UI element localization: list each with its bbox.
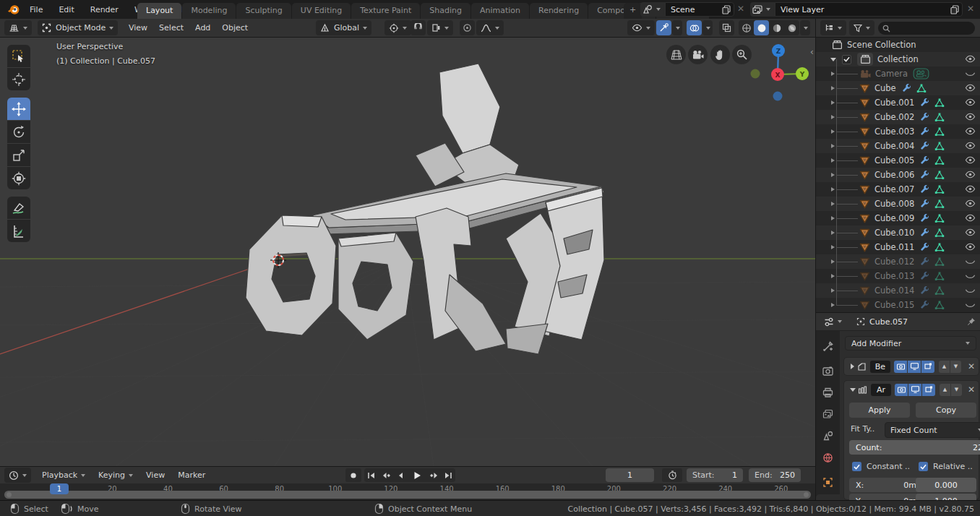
play-button[interactable]: [408, 468, 426, 482]
outliner-row-cube-003[interactable]: Cube.003: [816, 124, 980, 139]
shading-settings-dropdown[interactable]: [800, 20, 810, 35]
mesh-data-icon[interactable]: [934, 142, 945, 151]
outliner-row-cube-001[interactable]: Cube.001: [816, 95, 980, 110]
modifier-name-field[interactable]: Ar: [871, 384, 891, 396]
count-slider[interactable]: Count: 22: [849, 440, 980, 455]
workspace-tab-layout[interactable]: Layout: [137, 3, 181, 19]
eye-open-icon[interactable]: [965, 127, 976, 135]
properties-editor-type-button[interactable]: [820, 314, 846, 330]
mesh-data-icon[interactable]: [934, 98, 945, 108]
fit-type-dropdown[interactable]: Fixed Count: [885, 422, 980, 438]
timeline-ruler[interactable]: 20406080100120140160180200220240260 1: [0, 483, 815, 501]
modifier-wrench-icon[interactable]: [919, 285, 929, 296]
modifier-wrench-icon[interactable]: [919, 126, 929, 137]
modifier-wrench-icon[interactable]: [919, 271, 929, 281]
render-toggle[interactable]: [894, 361, 907, 373]
mesh-data-icon[interactable]: [934, 243, 945, 252]
annotate-tool[interactable]: [7, 197, 30, 219]
menu-edit[interactable]: Edit: [51, 5, 82, 14]
pan-view-button[interactable]: [710, 45, 730, 64]
expand-arrow-icon[interactable]: [831, 86, 835, 90]
move-tool[interactable]: [7, 98, 30, 120]
expand-arrow-icon[interactable]: [831, 187, 835, 192]
modifier-wrench-icon[interactable]: [919, 141, 929, 151]
outliner-row-cube-011[interactable]: Cube.011: [816, 240, 980, 254]
eye-closed-icon[interactable]: [965, 301, 976, 309]
workspace-tab-uv-editing[interactable]: UV Editing: [292, 3, 351, 19]
expand-arrow-icon[interactable]: [831, 72, 835, 76]
editor-type-button[interactable]: [4, 20, 32, 35]
shading-rendered-toggle[interactable]: [784, 20, 799, 35]
outliner-row-cube[interactable]: Cube: [816, 81, 980, 95]
eye-closed-icon[interactable]: [965, 257, 976, 266]
shading-solid-toggle[interactable]: [754, 20, 769, 35]
jump-to-start-button[interactable]: [364, 468, 379, 482]
eye-open-icon[interactable]: [965, 243, 976, 251]
camera-view-button[interactable]: [688, 45, 708, 64]
outliner-row-cube-013[interactable]: Cube.013: [816, 269, 980, 283]
expand-arrow-icon[interactable]: [831, 259, 835, 264]
outliner-row-cube-009[interactable]: Cube.009: [816, 211, 980, 225]
modifier-wrench-icon[interactable]: [919, 155, 929, 165]
modifier-wrench-icon[interactable]: [919, 257, 929, 267]
delete-modifier-icon[interactable]: ✕: [968, 384, 975, 395]
tab-output[interactable]: [816, 383, 840, 402]
eye-open-icon[interactable]: [965, 113, 976, 121]
snap-settings-dropdown[interactable]: [427, 20, 453, 35]
eye-open-icon[interactable]: [965, 142, 976, 150]
object-visibility-dropdown[interactable]: [627, 20, 655, 35]
add-workspace-button[interactable]: +: [624, 3, 642, 19]
timeline-scrollbar[interactable]: [4, 491, 811, 499]
frame-start-field[interactable]: Start: 1: [687, 468, 743, 482]
outliner-search-input[interactable]: [890, 23, 966, 34]
tab-modifiers[interactable]: [816, 494, 840, 500]
render-toggle[interactable]: [895, 384, 908, 396]
modifier-wrench-icon[interactable]: [919, 213, 929, 223]
next-keyframe-button[interactable]: [426, 468, 441, 482]
new-scene-icon[interactable]: [722, 5, 731, 14]
expand-arrow-icon[interactable]: [831, 173, 835, 177]
workspace-tab-texture-paint[interactable]: Texture Paint: [351, 3, 420, 19]
transform-orientation-dropdown[interactable]: Global: [316, 20, 371, 35]
eye-open-icon[interactable]: [965, 214, 976, 222]
measure-tool[interactable]: [7, 220, 30, 242]
collection-checkbox[interactable]: [842, 55, 851, 64]
show-overlays-toggle[interactable]: [687, 20, 702, 35]
expand-arrow-icon[interactable]: [831, 144, 835, 148]
expand-arrow-icon[interactable]: [831, 274, 835, 278]
modifier-wrench-icon[interactable]: [919, 112, 929, 122]
workspace-tab-shading[interactable]: Shading: [421, 3, 470, 19]
viewport-menu-view[interactable]: View: [123, 23, 153, 33]
timeline-menu-playback[interactable]: Playback: [35, 470, 92, 480]
mesh-data-icon[interactable]: [934, 127, 945, 137]
eye-closed-icon[interactable]: [965, 69, 976, 78]
outliner-filter-button[interactable]: [849, 20, 874, 35]
expand-arrow-icon[interactable]: [831, 231, 835, 235]
mesh-data-icon[interactable]: [934, 185, 945, 194]
modifier-wrench-icon[interactable]: [919, 199, 929, 209]
outliner-row-cube-010[interactable]: Cube.010: [816, 225, 980, 240]
viewport-3d[interactable]: Z Y X User Perspective (1) Collection | …: [0, 38, 815, 466]
auto-keying-button[interactable]: [345, 468, 361, 482]
outliner-row-cube-007[interactable]: Cube.007: [816, 182, 980, 197]
tab-world[interactable]: [816, 448, 840, 467]
collapse-icon[interactable]: [850, 388, 856, 392]
expand-arrow-icon[interactable]: [831, 115, 835, 119]
viewport-menu-select[interactable]: Select: [153, 23, 189, 33]
toggle-perspective-button[interactable]: [666, 45, 686, 64]
tab-object[interactable]: [816, 473, 840, 491]
outliner-row-scene-collection[interactable]: Scene Collection: [816, 38, 980, 52]
mesh-data-icon[interactable]: [934, 171, 945, 180]
relative-y-field[interactable]: 1.000: [916, 494, 976, 500]
scale-tool[interactable]: [7, 144, 30, 166]
constant-y-field[interactable]: Y: 0m: [849, 494, 923, 500]
modifier-name-field[interactable]: Be: [870, 361, 890, 373]
timeline-editor-type-button[interactable]: [4, 468, 31, 483]
outliner-editor-type-button[interactable]: [820, 20, 846, 35]
realtime-toggle[interactable]: [908, 361, 921, 373]
outliner-row-cube-008[interactable]: Cube.008: [816, 197, 980, 211]
mesh-data-icon[interactable]: [916, 84, 927, 93]
tab-scene[interactable]: [816, 426, 840, 445]
modifier-wrench-icon[interactable]: [919, 300, 929, 310]
mode-dropdown[interactable]: Object Mode: [38, 20, 118, 35]
